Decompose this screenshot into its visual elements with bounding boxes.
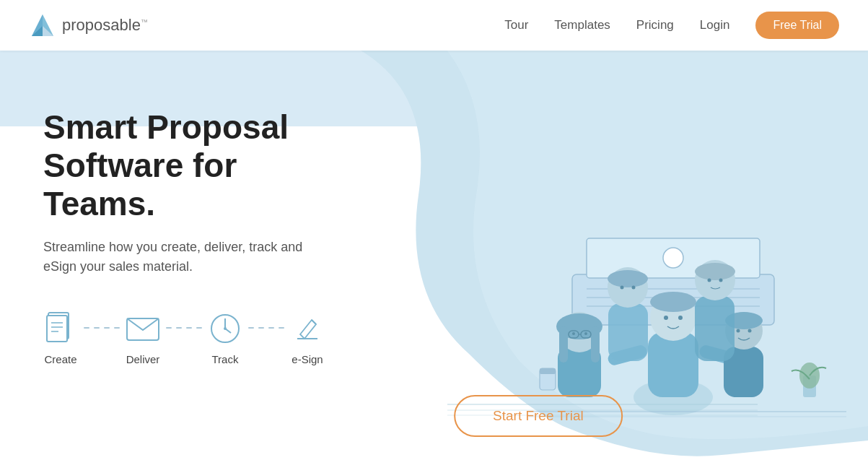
cta-area: Start Free Trial <box>454 395 623 437</box>
svg-point-33 <box>650 292 696 312</box>
svg-rect-12 <box>47 316 67 342</box>
svg-point-47 <box>584 332 587 335</box>
svg-point-34 <box>664 316 668 320</box>
nav-tour[interactable]: Tour <box>504 18 528 32</box>
step-deliver-label: Deliver <box>126 353 160 365</box>
svg-point-35 <box>678 316 683 320</box>
create-icon <box>43 311 78 346</box>
step-esign: e-Sign <box>290 311 325 365</box>
svg-rect-49 <box>540 368 556 374</box>
svg-point-62 <box>695 263 735 280</box>
step-track-label: Track <box>212 353 239 365</box>
svg-point-63 <box>708 279 711 282</box>
free-trial-button[interactable]: Free Trial <box>755 12 839 39</box>
logo-text: proposable™ <box>62 16 148 35</box>
svg-point-58 <box>621 286 624 290</box>
hero-title: Smart Proposal Software for Teams. <box>43 108 346 223</box>
nav-pricing[interactable]: Pricing <box>636 18 674 32</box>
logo-icon <box>29 12 56 39</box>
logo[interactable]: proposable™ <box>29 12 148 39</box>
step-deliver: Deliver <box>126 311 160 365</box>
dashes-3 <box>248 327 284 329</box>
step-esign-label: e-Sign <box>291 353 323 365</box>
start-free-trial-button[interactable]: Start Free Trial <box>454 395 623 437</box>
header: proposable™ Tour Templates Pricing Login… <box>0 0 868 51</box>
hero-illustration <box>435 65 868 441</box>
svg-point-64 <box>719 279 723 282</box>
step-create: Create <box>43 311 78 365</box>
svg-point-57 <box>608 270 648 287</box>
svg-rect-42 <box>591 326 600 363</box>
step-create-label: Create <box>44 353 76 365</box>
esign-icon <box>290 311 325 346</box>
nav-templates[interactable]: Templates <box>554 18 610 32</box>
nav-login[interactable]: Login <box>700 18 730 32</box>
svg-rect-31 <box>648 332 698 397</box>
steps-row: Create Deliver <box>43 311 346 365</box>
deliver-icon <box>126 311 160 346</box>
svg-line-22 <box>312 320 316 324</box>
step-track: Track <box>208 311 242 365</box>
svg-point-54 <box>748 329 752 333</box>
hero-subtitle: Streamline how you create, deliver, trac… <box>43 238 332 277</box>
svg-point-53 <box>737 329 740 333</box>
svg-rect-60 <box>695 296 735 361</box>
hero-section: Smart Proposal Software for Teams. Strea… <box>0 51 868 473</box>
dashes-2 <box>166 327 202 329</box>
svg-rect-55 <box>608 303 648 361</box>
track-icon <box>208 311 242 346</box>
svg-point-59 <box>632 286 636 290</box>
hero-content: Smart Proposal Software for Teams. Strea… <box>43 108 346 365</box>
svg-point-20 <box>224 327 227 330</box>
main-nav: Tour Templates Pricing Login Free Trial <box>504 12 839 39</box>
dashes-1 <box>84 327 120 329</box>
svg-rect-41 <box>559 326 568 363</box>
svg-point-26 <box>663 248 683 268</box>
svg-point-46 <box>572 332 575 335</box>
